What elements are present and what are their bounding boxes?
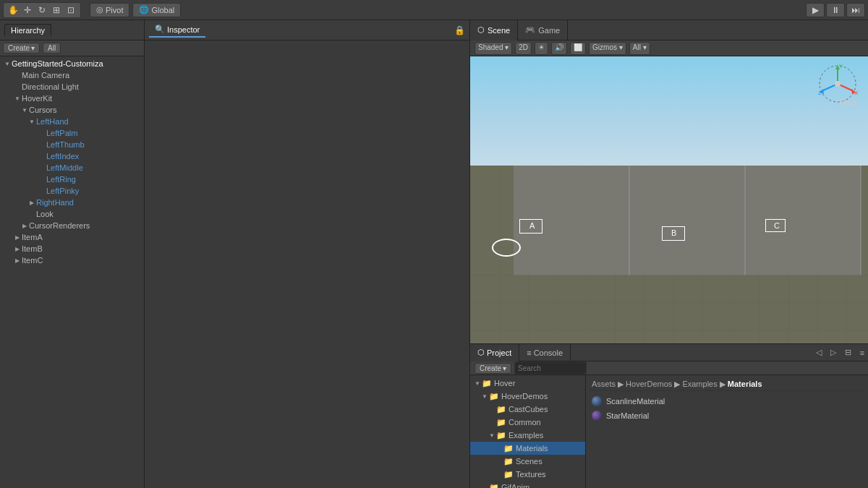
tree-item-leftthumb[interactable]: ▶ LeftThumb <box>0 139 144 150</box>
project-item-scenes[interactable]: ▶ 📁 Scenes <box>470 455 585 468</box>
hierarchy-panel: Hierarchy Create ▾ All ▼ GettingStarted-… <box>0 20 145 488</box>
project-tab-icon: ⬡ <box>477 348 485 357</box>
project-item-textures[interactable]: ▶ 📁 Textures <box>470 468 585 481</box>
pause-button[interactable]: ⏸ <box>826 3 845 17</box>
cursorrenderers-label: CursorRenderers <box>29 221 90 230</box>
tree-item-itema[interactable]: ▶ ItemA <box>0 231 144 243</box>
move-tool-icon[interactable]: ✛ <box>21 4 34 17</box>
assets-breadcrumb: Assets ▶ HoverDemos ▶ Examples ▶ Materia… <box>589 378 865 391</box>
transform-tools[interactable]: ✋ ✛ ↻ ⊞ ⊡ <box>3 2 81 18</box>
tree-item-look[interactable]: ▶ Look <box>0 208 144 220</box>
console-tab[interactable]: ≡ Console <box>519 344 571 361</box>
hierarchy-create-button[interactable]: Create ▾ <box>3 43 40 53</box>
tree-item-righthand[interactable]: ▶ RightHand <box>0 197 144 208</box>
bottom-panel-back-icon[interactable]: ◁ <box>813 347 825 359</box>
examples-arrow-icon: ▼ <box>488 431 496 440</box>
gizmos-dropdown[interactable]: Gizmos ▾ <box>589 42 626 55</box>
rect-tool-icon[interactable]: ⊡ <box>64 4 77 17</box>
tree-item-leftpalm[interactable]: ▶ LeftPalm <box>0 127 144 139</box>
hand-tool-icon[interactable]: ✋ <box>7 4 20 17</box>
lefthand-label: LeftHand <box>36 117 69 126</box>
lighting-button[interactable]: ☀ <box>535 42 548 55</box>
scene-viewport[interactable]: A B C Y X <box>470 56 868 343</box>
rotate-tool-icon[interactable]: ↻ <box>35 4 48 17</box>
project-tab-label: Project <box>487 348 511 357</box>
tree-item-leftmiddle[interactable]: ▶ LeftMiddle <box>0 162 144 174</box>
pivot-global-group: ◎ Pivot 🌐 Global <box>90 3 181 17</box>
project-item-hover[interactable]: ▼ 📁 Hover <box>470 377 585 390</box>
project-item-castcubes[interactable]: ▶ 📁 CastCubes <box>470 403 585 416</box>
inspector-icon: 🔍 <box>155 25 165 34</box>
shaded-dropdown[interactable]: Shaded ▾ <box>475 42 512 55</box>
scene-all-button[interactable]: All ▾ <box>629 42 650 55</box>
tree-item-cursorrenderers[interactable]: ▶ CursorRenderers <box>0 220 144 231</box>
project-create-button[interactable]: Create ▾ <box>475 363 511 374</box>
play-button[interactable]: ▶ <box>806 3 825 17</box>
itema-arrow-icon: ▶ <box>13 233 22 241</box>
inspector-content <box>145 40 469 488</box>
global-label: Global <box>151 6 174 14</box>
tree-item-main-camera[interactable]: ▶ Main Camera <box>0 69 144 81</box>
textures-label: Textures <box>516 470 546 479</box>
tree-item-itemb[interactable]: ▶ ItemB <box>0 243 144 254</box>
twod-button[interactable]: 2D <box>515 42 532 55</box>
inspector-tab[interactable]: 🔍 Inspector <box>149 22 205 38</box>
materials-folder-icon: 📁 <box>503 444 514 453</box>
audio-button[interactable]: 🔊 <box>551 42 567 55</box>
effects-button[interactable]: ⬜ <box>570 42 586 55</box>
common-label: Common <box>509 418 541 427</box>
bottom-panel-forward-icon[interactable]: ▷ <box>827 347 839 359</box>
gizmos-label: Gizmos <box>592 43 617 51</box>
project-item-common[interactable]: ▶ 📁 Common <box>470 416 585 429</box>
project-item-examples[interactable]: ▼ 📁 Examples <box>470 429 585 442</box>
project-tab[interactable]: ⬡ Project <box>470 344 519 361</box>
itemc-arrow-icon: ▶ <box>13 256 22 265</box>
game-tab[interactable]: 🎮 Game <box>518 20 568 40</box>
inspector-lock-icon[interactable]: 🔒 <box>454 25 465 35</box>
inspector-header: 🔍 Inspector 🔒 <box>145 20 469 40</box>
righthand-arrow-icon: ▶ <box>27 198 36 207</box>
asset-item-scanline[interactable]: ScanlineMaterial <box>589 394 865 408</box>
project-search-input[interactable] <box>514 361 587 374</box>
scene-tab[interactable]: ⬡ Scene <box>470 20 518 40</box>
pivot-button[interactable]: ◎ Pivot <box>90 3 129 17</box>
tree-item-directional-light[interactable]: ▶ Directional Light <box>0 81 144 93</box>
step-button[interactable]: ⏭ <box>846 3 865 17</box>
tree-item-lefthand[interactable]: ▼ LeftHand <box>0 116 144 127</box>
tree-root-item[interactable]: ▼ GettingStarted-Customiza <box>0 58 144 69</box>
scene-all-arrow: ▾ <box>643 43 647 51</box>
scene-object-b-label: B <box>671 228 676 237</box>
star-material-icon <box>592 411 602 421</box>
svg-rect-3 <box>745 166 861 275</box>
project-item-hoverdemos[interactable]: ▼ 📁 HoverDemos <box>470 390 585 403</box>
tree-item-leftring[interactable]: ▶ LeftRing <box>0 174 144 185</box>
project-tree[interactable]: ▼ 📁 Hover ▼ 📁 HoverDemos ▶ 📁 CastCu <box>470 375 586 488</box>
hierarchy-all-label: All <box>48 44 56 52</box>
light-label: Directional Light <box>22 82 79 91</box>
breadcrumb-prefix: Assets ▶ HoverDemos ▶ Examples ▶ <box>592 380 726 388</box>
bottom-right-panel: ⬡ Project ≡ Console ◁ ▷ ⊟ ≡ Create ▾ <box>470 343 868 488</box>
pivot-label: Pivot <box>106 6 123 14</box>
bottom-toolbar: Create ▾ <box>470 361 868 375</box>
cursors-arrow-icon: ▼ <box>20 106 29 114</box>
scale-tool-icon[interactable]: ⊞ <box>50 4 63 17</box>
bottom-content: ▼ 📁 Hover ▼ 📁 HoverDemos ▶ 📁 CastCu <box>470 375 868 488</box>
hierarchy-tree[interactable]: ▼ GettingStarted-Customiza ▶ Main Camera… <box>0 56 144 488</box>
tree-item-cursors[interactable]: ▼ Cursors <box>0 104 144 116</box>
materials-label: Materials <box>516 444 548 453</box>
global-button[interactable]: 🌐 Global <box>132 3 181 17</box>
bottom-panel-menu-icon[interactable]: ≡ <box>856 347 868 359</box>
hierarchy-tab[interactable]: Hierarchy <box>4 24 51 36</box>
bottom-panel-collapse-icon[interactable]: ⊟ <box>842 347 854 359</box>
shaded-arrow: ▾ <box>505 43 509 51</box>
tree-item-leftindex[interactable]: ▶ LeftIndex <box>0 150 144 162</box>
project-item-gifanim[interactable]: ▶ 📁 GifAnim <box>470 481 585 488</box>
project-item-materials[interactable]: ▶ 📁 Materials <box>470 442 585 455</box>
tree-item-itemc[interactable]: ▶ ItemC <box>0 254 144 266</box>
bottom-panel-icons: ◁ ▷ ⊟ ≡ <box>813 347 868 359</box>
asset-item-star[interactable]: StarMaterial <box>589 408 865 423</box>
hierarchy-all-button[interactable]: All <box>43 43 61 53</box>
tree-item-leftpinky[interactable]: ▶ LeftPinky <box>0 185 144 197</box>
tree-item-hoverkit[interactable]: ▼ HoverKit <box>0 93 144 104</box>
svg-rect-2 <box>629 166 745 275</box>
